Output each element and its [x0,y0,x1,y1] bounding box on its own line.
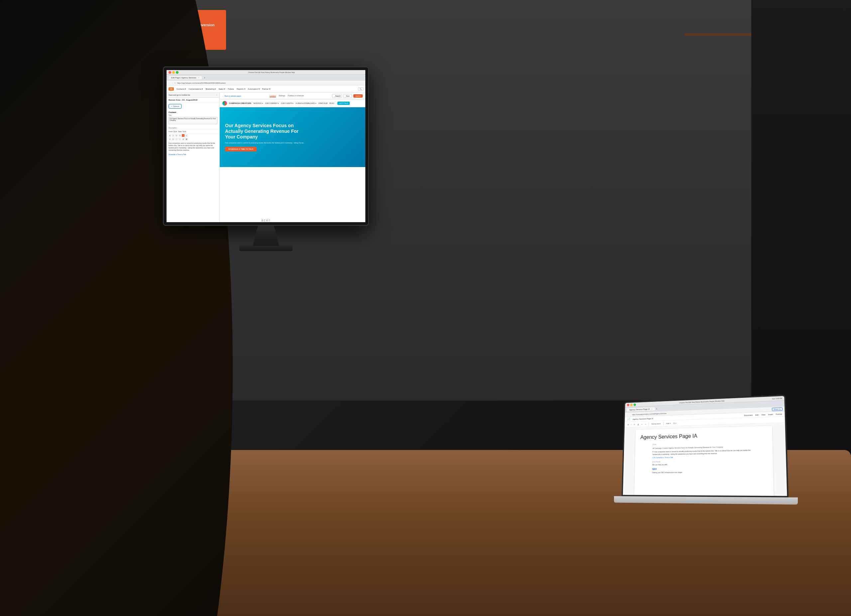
gdocs-print[interactable]: 🖨 [637,423,640,426]
cc-nav-company[interactable]: OUR COMPANY ▾ [265,102,279,104]
content-tab[interactable]: Content [269,94,276,97]
panel-header-text: Save and go to module list [168,94,190,96]
doc-para-1: P: Few companies want to commit to actua… [653,449,753,456]
title-field-value: Our Agency Services Focus on Actually Ge… [170,118,217,121]
refresh-icon[interactable]: ↻ [174,82,176,84]
browser-tab[interactable]: Edit Page | Agency Services × [168,76,202,79]
gdocs-view-menu[interactable]: View [761,414,765,415]
gdocs-doc-container: Agency Services Page IA [Title] All Camp… [623,423,787,496]
search-input[interactable]: 🔍 [358,87,363,91]
nav-tickets[interactable]: Tickets [228,88,234,90]
tab-close-icon[interactable]: × [198,77,200,79]
bold-btn[interactable]: B [168,134,171,137]
nav-conversations[interactable]: Conversations ▾ [188,88,203,90]
laptop-minimize-btn[interactable] [630,403,633,406]
new-tab-icon[interactable]: + [204,77,205,79]
mac-maximize-button[interactable] [176,71,179,74]
address-bar[interactable]: ← → ↻ https://app.hubspot.com/content/31… [167,81,365,85]
laptop-tab[interactable]: Agency Services Page IA × [627,407,655,411]
acer-brand-logo: acer [261,219,270,222]
laptop-new-tab[interactable]: + [656,408,657,410]
cc-logo [223,101,227,106]
rich-text-toolbar: Insert Style Table Tools [167,129,220,133]
cc-hero-subtitle: Few companies want to commit to producin… [225,142,306,144]
options-tab[interactable]: ✓ Options [168,104,182,109]
title-field-input[interactable]: Our Agency Services Focus on Actually Ge… [168,117,217,124]
nav-sales[interactable]: Sales ▾ [218,88,225,90]
cc-brand-name: CAMPAIGN CREATORS [229,102,251,104]
schedule-link[interactable]: Schedule a Time to Talk [167,153,220,156]
gdocs-bold[interactable]: B [627,423,629,426]
tab-title: Edit Page | Agency Services [171,77,196,79]
google-docs-editor: Chrome File Edit View History Bookmarks … [623,396,787,496]
cc-nav-blog[interactable]: BLOG [329,102,334,104]
cc-nav-video[interactable]: VIDEO HUB [319,102,328,104]
image-btn[interactable]: 🖼 [185,138,188,141]
nav-partner[interactable]: Partner ▾ [262,88,270,90]
publish-tab[interactable]: Publish or schedule [288,94,304,97]
strikethrough-btn[interactable]: S [179,134,181,137]
gdocs-redo[interactable]: ↪ [645,423,647,426]
cc-nav-guides[interactable]: GUIDES & DOWNLOADS ▾ [296,102,316,104]
back-icon[interactable]: ← [168,82,170,84]
gdocs-format-menu[interactable]: Format [776,413,782,415]
gdocs-document[interactable]: Agency Services Page IA [Title] All Camp… [634,426,774,496]
gdocs-italic[interactable]: I [631,423,632,426]
preview-tabs: Content Settings Publish or schedule [269,94,304,97]
underline-btn[interactable]: U [175,134,178,137]
laptop-url: https://campaigncreators.com/edit/Agency… [632,412,666,415]
preview-topbar: ← Back to website pages Content Settings… [220,93,365,99]
gdocs-font-size[interactable]: 11 ▾ [672,422,677,424]
nav-automation[interactable]: Automation ▾ [248,88,260,90]
laptop-screen-area: Chrome File Edit View History Bookmarks … [622,394,788,498]
laptop-back[interactable]: ← [627,414,628,416]
update-button[interactable]: Update [353,94,363,97]
gdocs-document-menu[interactable]: Document [744,414,753,417]
settings-tab[interactable]: Settings [278,94,285,97]
cc-nav: SERVICES ▾ OUR COMPANY ▾ OUR CLIENTS ▾ G… [253,102,350,105]
back-to-pages-link[interactable]: ← Back to website pages [223,95,241,97]
table-btn[interactable]: Table [178,130,182,132]
gdocs-font[interactable]: Arial ▾ [666,422,671,424]
gdocs-undo[interactable]: ↩ [641,423,643,426]
cc-nav-services[interactable]: SERVICES ▾ [253,102,263,104]
laptop-maximize-btn[interactable] [634,403,636,406]
share-button[interactable]: Share 11 [772,407,782,411]
outdent-btn[interactable]: ← [179,138,181,141]
indent-btn[interactable]: → [175,138,178,141]
body-text-area[interactable]: Few companies want to commit to producin… [167,141,220,153]
style-btn[interactable]: Style [173,130,177,132]
list-ol-btn[interactable]: 1. [172,138,174,141]
laptop-forward[interactable]: → [629,414,631,416]
laptop-close-btn[interactable] [627,403,629,406]
cc-lets-talk-btn[interactable]: LET'S TALK [337,102,350,105]
search-field[interactable]: ...Search [332,94,342,98]
list-ul-btn[interactable]: ≡ [168,138,171,141]
gdocs-insert-menu[interactable]: Insert [768,413,773,415]
cc-hero-section: Our Agency Services Focus on Actually Ge… [220,107,365,167]
panel-close-button[interactable]: × [217,94,217,96]
tools-btn[interactable]: Tools [182,130,186,132]
body-text: Few companies want to commit to producin… [168,142,215,151]
forward-icon[interactable]: → [171,82,173,84]
mac-close-button[interactable] [168,71,171,74]
gdocs-underline[interactable]: U [633,423,636,426]
wall-shelf [685,33,751,36]
nav-contacts[interactable]: Contacts ▾ [176,88,186,90]
mac-minimize-button[interactable] [172,71,175,74]
gdocs-file-name: Agency Services Page IA [633,417,653,420]
cc-schedule-button[interactable]: SCHEDULE A TIME TO TALK [225,147,257,151]
laptop-tab-close[interactable]: × [651,408,652,410]
nav-reports[interactable]: Reports ▾ [237,88,245,90]
nav-marketing[interactable]: Marketing ▾ [206,88,216,90]
gdocs-normal-text[interactable]: Normal text ▾ [651,422,662,425]
italic-btn[interactable]: I [172,134,174,137]
hubspot-logo: HS [168,87,174,91]
align-btn[interactable]: ≡ [185,134,188,137]
save-button[interactable]: Save [343,94,352,98]
gdocs-edit-menu[interactable]: Edit [755,414,759,416]
cc-nav-clients[interactable]: OUR CLIENTS ▾ [281,102,293,104]
link-btn[interactable]: 🔗 [182,138,185,141]
color-btn[interactable]: A [182,134,185,137]
insert-btn[interactable]: Insert [168,130,173,132]
